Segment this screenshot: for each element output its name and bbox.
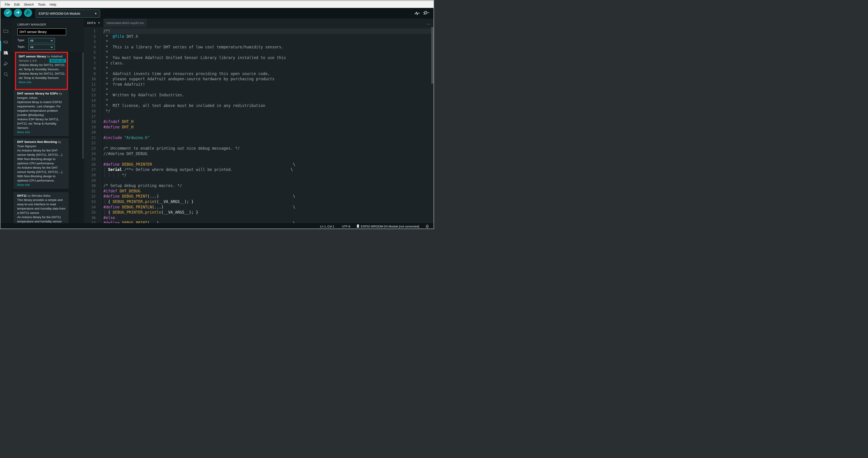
library-entry-dht-sensors-non-blocking[interactable]: DHT Sensors Non-Blocking by Toan NguyenA…: [13, 138, 69, 189]
line-number: 31: [84, 189, 96, 194]
sidebar-item-boards-manager[interactable]: [0, 37, 11, 48]
line-text: [102, 178, 434, 183]
code-line: 12 *: [84, 87, 434, 93]
search-icon: [3, 71, 9, 78]
library-description: An Arduino library for the DHT11 tempera…: [17, 215, 66, 223]
type-filter-label: Type:: [18, 38, 25, 42]
sidebar-item-debug[interactable]: [0, 59, 11, 69]
library-entry-dht-sensor-library[interactable]: DHT sensor library by AdafruitVersion 1.…: [16, 53, 67, 89]
line-text: #define DEBUG_PRINTLN(...) \: [102, 205, 434, 210]
library-description: An Arduino library for the DHT sensor fa…: [17, 166, 66, 183]
line-number: 5: [84, 50, 96, 55]
tab-hardcoded-dht22-esp32.ino[interactable]: hardcoded-dht22-esp32.ino: [103, 19, 147, 27]
code-line: 10 * please support Adafruit andopen-sou…: [84, 77, 434, 82]
menu-item-file[interactable]: File: [3, 2, 12, 7]
line-number: 2: [84, 34, 96, 39]
books-icon: [3, 50, 9, 57]
line-number: 37: [84, 221, 96, 223]
line-text: *: [102, 39, 434, 45]
encoding: UTF-8: [342, 225, 350, 228]
more-info-link[interactable]: More info: [17, 183, 66, 187]
panel-scrollbar[interactable]: [82, 53, 84, 159]
line-text: │ { DEBUG_PRINTER.print(__VA_ARGS__); }: [102, 199, 434, 205]
line-number: 30: [84, 183, 96, 189]
sidebar-item-sketchbook[interactable]: [0, 26, 11, 37]
line-text: [102, 156, 434, 162]
start-debug-button[interactable]: [24, 9, 32, 17]
library-search-input[interactable]: [18, 28, 66, 35]
sidebar-item-library-manager[interactable]: [0, 48, 11, 59]
line-text: #ifndef DHT_H: [102, 119, 434, 124]
line-number: 18: [84, 119, 96, 124]
verify-button[interactable]: [4, 9, 12, 17]
tab-label: DHT.h: [87, 21, 96, 25]
editor-scrollbar[interactable]: [431, 27, 434, 84]
type-filter-select[interactable]: All: [28, 38, 55, 43]
tab-dht.h[interactable]: DHT.h✕: [84, 19, 103, 27]
code-line: 32#define DEBUG_PRINT(...) \: [84, 194, 434, 199]
code-line: 17: [84, 114, 434, 119]
code-line: 2 * @file DHT.h: [84, 34, 434, 39]
menu-item-edit[interactable]: Edit: [12, 2, 22, 7]
serial-monitor-button[interactable]: [422, 10, 429, 16]
board-status[interactable]: ESP32-WROOM-DA Module [not connected]: [356, 224, 419, 229]
code-line: 31#ifdef DHT_DEBUG: [84, 189, 434, 194]
editor-group: DHT.h✕hardcoded-dht22-esp32.ino ... 1/*!…: [84, 19, 434, 223]
line-text: #define DEBUG_PRINTER \: [102, 162, 434, 167]
line-number: 26: [84, 162, 96, 167]
sidebar-item-search[interactable]: [0, 69, 11, 80]
line-number: 24: [84, 151, 96, 157]
line-text: * class.: [102, 61, 434, 66]
code-line: 9 * Adafruit invests time and resources …: [84, 71, 434, 77]
code-line: 37#define DEBUG_PRINT(...) \: [84, 221, 434, 223]
close-icon[interactable]: ✕: [98, 21, 100, 24]
line-number: 3: [84, 39, 96, 45]
board-selector-dropdown[interactable]: ESP32-WROOM-DA Module ▼: [36, 9, 100, 18]
notifications-bell-icon[interactable]: [426, 225, 429, 228]
serial-plotter-button[interactable]: [414, 10, 421, 16]
line-number: 22: [84, 140, 96, 146]
topic-filter-select[interactable]: All: [28, 45, 55, 50]
menu-item-sketch[interactable]: Sketch: [22, 2, 36, 7]
line-text: * You must have Adafruit Unified Sensor …: [102, 55, 434, 61]
line-number: 13: [84, 92, 96, 98]
line-number: 1: [84, 28, 96, 34]
code-line: 7 * class.: [84, 61, 434, 66]
code-line: 1/*!: [84, 28, 434, 34]
line-text: /* Setup debug printing macros. */: [102, 183, 434, 189]
board-chip-icon: [3, 39, 9, 46]
code-line: 23/* Uncomment to enable printing out ni…: [84, 146, 434, 151]
line-number: 25: [84, 156, 96, 162]
tab-bar: DHT.h✕hardcoded-dht22-esp32.ino: [84, 19, 434, 27]
more-info-link[interactable]: More info: [17, 130, 66, 134]
tab-overflow-menu[interactable]: ...: [427, 21, 431, 25]
line-text: * Adafruit invests time and resources pr…: [102, 71, 434, 77]
code-editor[interactable]: 1/*!2 * @file DHT.h3 *4 * This is a libr…: [84, 27, 434, 223]
highlight-annotation-box: DHT sensor library by AdafruitVersion 1.…: [15, 52, 68, 90]
menu-item-help[interactable]: Help: [48, 2, 59, 7]
library-manager-header: LIBRARY MANAGER Type: All Topic: All: [11, 19, 84, 52]
chevron-down-icon: [50, 40, 53, 41]
code-line: 29: [84, 178, 434, 183]
line-text: * please support Adafruit andopen-source…: [102, 77, 434, 82]
line-text: *: [102, 98, 434, 103]
library-entry-dht-sensor-library-espx[interactable]: DHT sensor library for ESPx by beegee_to…: [13, 90, 69, 136]
code-line: 13 * Written by Adafruit Industries.: [84, 92, 434, 98]
code-line: 19#define DHT_H: [84, 124, 434, 130]
library-entry-dht11[interactable]: DHT11 by Dhruba SahaThis library provide…: [13, 192, 69, 223]
library-description: Arduino ESP library for DHT11, DHT22, et…: [17, 117, 66, 130]
line-text: *: [102, 87, 434, 93]
code-line: 3 *: [84, 39, 434, 45]
upload-button[interactable]: [14, 9, 22, 17]
line-number: 15: [84, 103, 96, 109]
line-number: 4: [84, 45, 96, 50]
library-description: This library provides a simple and easy-…: [17, 198, 66, 215]
more-info-link[interactable]: More info: [19, 80, 66, 84]
line-number: 7: [84, 61, 96, 66]
menu-item-tools[interactable]: Tools: [36, 2, 48, 7]
panel-title: LIBRARY MANAGER: [18, 23, 46, 26]
code-line: 4 * This is a library for DHT series of …: [84, 45, 434, 50]
toolbar: ESP32-WROOM-DA Module ▼: [0, 8, 434, 19]
line-text: * @file DHT.h: [102, 34, 434, 39]
code-line: 24//#define DHT_DEBUG: [84, 151, 434, 157]
